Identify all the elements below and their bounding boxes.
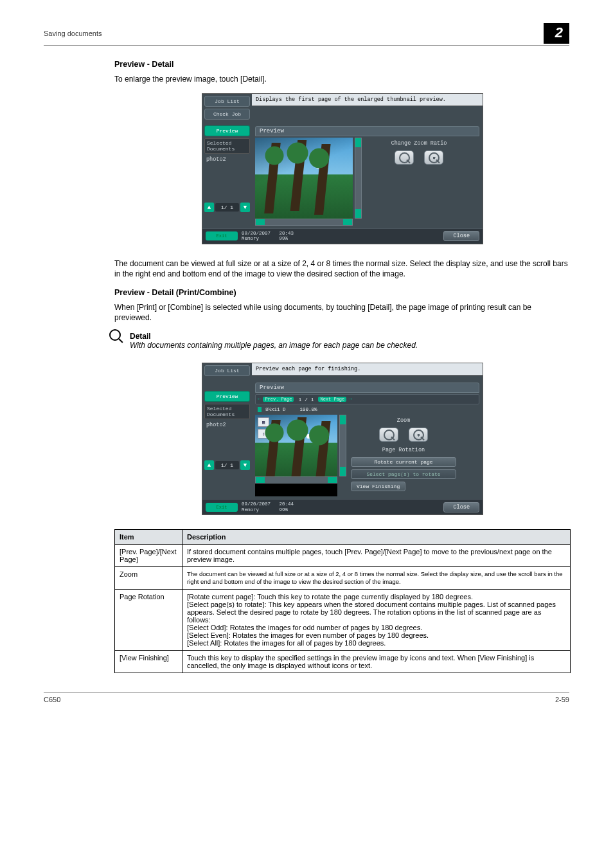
- paper-size: 8½x11 D: [265, 407, 286, 412]
- close-button[interactable]: Close: [443, 231, 479, 241]
- footer-right: 2-59: [555, 696, 569, 703]
- close-button[interactable]: Close: [443, 502, 479, 512]
- arrow-left-icon[interactable]: ←: [258, 396, 261, 402]
- cell-item: Page Rotation: [115, 589, 182, 650]
- printer-ui-2: Job List Preview each page for finishing…: [202, 363, 483, 515]
- prev-page-button[interactable]: Prev. Page: [263, 397, 294, 402]
- zoom-ratio-label: Change Zoom Ratio: [366, 140, 472, 147]
- section1-intro: To enlarge the preview image, touch [Det…: [114, 74, 571, 84]
- zoom-out-icon[interactable]: [379, 428, 398, 442]
- description-table: Item Description [Prev. Page]/[Next Page…: [114, 529, 571, 673]
- view-finishing-button[interactable]: View Finishing: [351, 482, 405, 491]
- preview-panel-title: Preview: [255, 383, 479, 393]
- table-row: [View Finishing] Touch this key to displ…: [115, 650, 571, 673]
- page-down-icon[interactable]: ▼: [240, 460, 250, 470]
- magnifier-icon: [109, 329, 122, 342]
- banner-text: Preview each page for finishing.: [252, 363, 483, 375]
- footer-datetime: 09/20/2007 20:43 Memory 99%: [242, 231, 294, 242]
- check-job-tab[interactable]: Check Job: [204, 109, 250, 120]
- preview-thumbnail: [255, 138, 353, 219]
- preview-tab[interactable]: Preview: [204, 125, 250, 136]
- section2-title: Preview - Detail (Print/Combine): [114, 288, 571, 297]
- vertical-scrollbar[interactable]: [355, 138, 362, 219]
- zoom-percent: 100.0%: [300, 407, 317, 412]
- cell-desc: If stored document contains multiple pag…: [182, 544, 571, 566]
- cell-desc: [Rotate current page]: Touch this key to…: [182, 589, 571, 650]
- cell-item: [Prev. Page]/[Next Page]: [115, 544, 182, 566]
- page-up-icon[interactable]: ▲: [204, 460, 214, 470]
- preview-panel-title: Preview: [255, 126, 479, 136]
- section2-intro: When [Print] or [Combine] is selected wh…: [114, 302, 571, 323]
- job-list-tab[interactable]: Job List: [204, 96, 250, 107]
- printer-ui-1: Job List Check Job Displays the first pa…: [202, 93, 483, 244]
- horizontal-scrollbar[interactable]: [255, 219, 353, 226]
- th-description: Description: [182, 529, 571, 544]
- footer-left: C650: [44, 696, 60, 703]
- page-down-icon[interactable]: ▼: [240, 203, 250, 212]
- pager-text: 1/ 1: [215, 203, 239, 212]
- document-name: photo2: [204, 420, 250, 429]
- pager-text: 1/ 1: [215, 461, 239, 469]
- vertical-scrollbar[interactable]: [339, 415, 346, 476]
- cell-desc: The document can be viewed at full size …: [182, 566, 571, 589]
- rotate-current-page-button[interactable]: Rotate current page: [351, 457, 456, 467]
- banner-text: Displays the first page of the enlarged …: [252, 94, 483, 106]
- exit-button[interactable]: Exit: [206, 231, 238, 240]
- job-list-tab[interactable]: Job List: [204, 365, 250, 376]
- zoom-in-icon[interactable]: [409, 428, 428, 442]
- cell-item: Zoom: [115, 566, 182, 589]
- preview-tab[interactable]: Preview: [204, 391, 250, 402]
- cell-desc: Touch this key to display the specified …: [182, 650, 571, 673]
- finishing-icon-2: ▯: [258, 429, 269, 439]
- exit-button[interactable]: Exit: [206, 503, 238, 512]
- footer-datetime: 09/20/2007 20:44 Memory 99%: [242, 502, 294, 512]
- size-chip-icon: [258, 407, 262, 412]
- th-item: Item: [115, 529, 182, 544]
- zoom-label: Zoom: [351, 417, 456, 424]
- next-page-button[interactable]: Next Page: [318, 397, 346, 402]
- finishing-icon-1: ▦: [258, 417, 269, 427]
- select-pages-to-rotate-button[interactable]: Select page(s) to rotate: [351, 469, 456, 479]
- document-name: photo2: [204, 155, 250, 164]
- horizontal-scrollbar[interactable]: [255, 476, 337, 484]
- preview-thumbnail: ▦ ▯: [255, 415, 337, 476]
- note-body: With documents containing multiple pages…: [130, 341, 571, 350]
- selected-documents-label: Selected Documents: [204, 138, 250, 154]
- selected-documents-label: Selected Documents: [204, 404, 250, 419]
- page-up-icon[interactable]: ▲: [204, 203, 214, 212]
- table-row: Page Rotation [Rotate current page]: Tou…: [115, 589, 571, 650]
- breadcrumb: Saving documents: [44, 30, 102, 37]
- table-row: [Prev. Page]/[Next Page] If stored docum…: [115, 544, 571, 566]
- arrow-right-icon[interactable]: →: [348, 396, 351, 402]
- zoom-in-icon[interactable]: [424, 150, 443, 165]
- note-heading: Detail: [130, 332, 571, 341]
- cell-item: [View Finishing]: [115, 650, 182, 673]
- zoom-out-icon[interactable]: [395, 150, 414, 165]
- chapter-badge: 2: [544, 23, 569, 44]
- page-rotation-label: Page Rotation: [351, 447, 456, 453]
- section1-after: The document can be viewed at full size …: [114, 258, 571, 279]
- table-row: Zoom The document can be viewed at full …: [115, 566, 571, 589]
- section1-title: Preview - Detail: [114, 60, 571, 69]
- page-number: 1 / 1: [296, 397, 316, 402]
